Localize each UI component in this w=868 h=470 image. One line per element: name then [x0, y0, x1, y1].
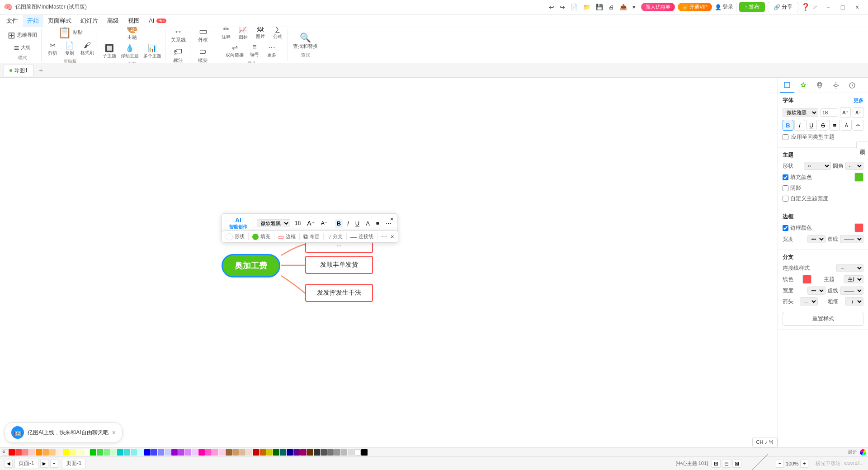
color-cell-6[interactable] — [49, 449, 56, 456]
sub-theme-btn[interactable]: 🔲 子主题 — [101, 43, 118, 60]
color-cell-25[interactable] — [178, 449, 184, 456]
publish-btn[interactable]: ↑ 发布 — [739, 2, 765, 12]
color-cell-42[interactable] — [293, 449, 300, 456]
color-cell-20[interactable] — [144, 449, 151, 456]
export-btn[interactable]: 📤 — [618, 3, 629, 11]
color-cell-50[interactable] — [348, 449, 354, 456]
color-cell-30[interactable] — [212, 449, 218, 456]
color-cell-9[interactable] — [70, 449, 76, 456]
newuser-btn[interactable]: 新人优惠券 — [641, 3, 675, 11]
font-family-select[interactable]: 微软雅黑 — [257, 219, 290, 227]
color-cell-17[interactable] — [124, 449, 130, 456]
panel-font-up[interactable]: A⁺ — [840, 107, 851, 118]
shape-select[interactable]: ○ — [804, 162, 831, 170]
color-cell-35[interactable] — [246, 449, 252, 456]
color-cell-13[interactable] — [97, 449, 103, 456]
reset-style-btn[interactable]: 重置样式 — [783, 312, 863, 326]
custom-color-btn[interactable] — [860, 449, 866, 456]
branch-dash-select[interactable]: —— — [840, 287, 863, 295]
color-cell-23[interactable] — [165, 449, 171, 456]
color-cell-51[interactable] — [354, 449, 361, 456]
view-mode-3[interactable]: ⊠ — [732, 460, 741, 468]
same-type-checkbox[interactable] — [783, 134, 788, 140]
color-cell-46[interactable] — [321, 449, 327, 456]
paste-btn[interactable]: 📋 粘贴 — [56, 27, 85, 39]
color-cell-44[interactable] — [307, 449, 313, 456]
color-cell-8[interactable] — [63, 449, 69, 456]
border-color-swatch[interactable] — [854, 223, 863, 232]
panel-side-tab[interactable]: 面板 — [856, 141, 868, 149]
border-color-checkbox[interactable] — [783, 225, 788, 231]
color-cell-31[interactable] — [219, 449, 225, 456]
add-page-btn[interactable]: + — [50, 460, 58, 468]
color-cell-47[interactable] — [327, 449, 334, 456]
color-cell-16[interactable] — [117, 449, 123, 456]
active-theme-btn[interactable]: 💧 浮动主题 — [119, 43, 141, 60]
font-size-down-btn[interactable]: A⁻ — [319, 219, 329, 227]
no-fill-color[interactable]: ⊘ — [2, 449, 8, 456]
color-cell-40[interactable] — [280, 449, 286, 456]
number-btn[interactable]: ≡ 编号 — [246, 42, 263, 59]
branch-icon[interactable]: ⑂ — [327, 233, 331, 240]
color-cell-28[interactable] — [198, 449, 205, 456]
color-cell-11[interactable] — [83, 449, 90, 456]
branch-node-1[interactable]: 发顺丰单发货 — [305, 256, 373, 274]
help-icon[interactable]: ❓ — [801, 3, 810, 11]
close-row2-btn[interactable]: × — [391, 233, 394, 240]
redo-btn[interactable]: ↪ — [558, 3, 567, 12]
next-page-btn[interactable]: ▶ — [40, 460, 48, 468]
color-cell-19[interactable] — [137, 449, 144, 456]
save-btn[interactable]: 💾 — [594, 3, 605, 11]
color-cell-37[interactable] — [259, 449, 266, 456]
branch-node-2[interactable]: 发发挥发生干法 — [305, 284, 373, 302]
color-cell-32[interactable] — [226, 449, 232, 456]
color-cell-36[interactable] — [253, 449, 259, 456]
theme-btn[interactable]: 🎨 主题 — [122, 27, 142, 42]
icon-btn[interactable]: 📈 图标 — [235, 27, 251, 41]
color-cell-1[interactable] — [15, 449, 22, 456]
ai-smart-btn[interactable]: AI 智能创作 — [226, 216, 251, 231]
color-cell-52[interactable] — [361, 449, 368, 456]
italic-btn-toolbar[interactable]: I — [345, 219, 351, 228]
menu-slides[interactable]: 幻灯片 — [76, 15, 103, 27]
color-cell-2[interactable] — [22, 449, 28, 456]
color-cell-4[interactable] — [36, 449, 42, 456]
color-cell-15[interactable] — [110, 449, 117, 456]
color-cell-26[interactable] — [185, 449, 191, 456]
custom-width-checkbox[interactable] — [783, 196, 788, 202]
menu-start[interactable]: 开始 — [23, 15, 43, 27]
copy-btn[interactable]: 📄 复制 — [61, 40, 78, 57]
thin-select[interactable]: （ — [845, 297, 863, 306]
color-cell-14[interactable] — [104, 449, 110, 456]
underline-btn-toolbar[interactable]: U — [354, 219, 361, 228]
expand-icon[interactable]: ⤢ — [813, 4, 817, 10]
panel-font-down[interactable]: A⁻ — [853, 107, 863, 118]
menu-advanced[interactable]: 高级 — [103, 15, 123, 27]
font-color-btn-panel[interactable]: A — [841, 120, 852, 131]
topic-select[interactable]: 主题 — [844, 275, 863, 283]
login-btn[interactable]: 👤 登录 — [715, 3, 733, 11]
border-width-select[interactable]: ━━ — [807, 235, 826, 243]
arrow-select[interactable]: —— — [800, 297, 818, 306]
branch-width-select[interactable]: ━━ — [807, 287, 826, 295]
close-toolbar-btn[interactable]: × — [388, 215, 396, 223]
border-dash-select[interactable]: —— — [840, 235, 863, 243]
view-mode-2[interactable]: ⊟ — [722, 460, 731, 468]
shadow-checkbox[interactable] — [783, 185, 788, 191]
color-cell-29[interactable] — [205, 449, 212, 456]
page-label[interactable]: 页面-1 — [14, 459, 38, 468]
tab-map1[interactable]: 导图1 — [4, 65, 34, 76]
bidirect-link-btn[interactable]: ⇌ 双向链接 — [224, 42, 245, 59]
canvas[interactable]: ... 奥加工费 发顺丰单发货 发发挥发生干法 AI 智能创作 微软雅黑 18 … — [0, 78, 778, 447]
current-page-tab[interactable]: 页面-1 — [62, 459, 86, 468]
view-mode-1[interactable]: ⊞ — [712, 460, 721, 468]
color-cell-10[interactable] — [76, 449, 83, 456]
color-cell-0[interactable] — [9, 449, 15, 456]
panel-font-size[interactable] — [820, 108, 838, 117]
multi-theme-btn[interactable]: 📊 多个主题 — [142, 43, 163, 60]
color-cell-18[interactable] — [131, 449, 137, 456]
zoom-in-btn[interactable]: ＋ — [800, 460, 808, 468]
panel-tab-format[interactable] — [780, 80, 794, 93]
font-more-link[interactable]: 更多 — [854, 97, 863, 104]
font-size-up-btn[interactable]: A⁺ — [305, 219, 316, 228]
